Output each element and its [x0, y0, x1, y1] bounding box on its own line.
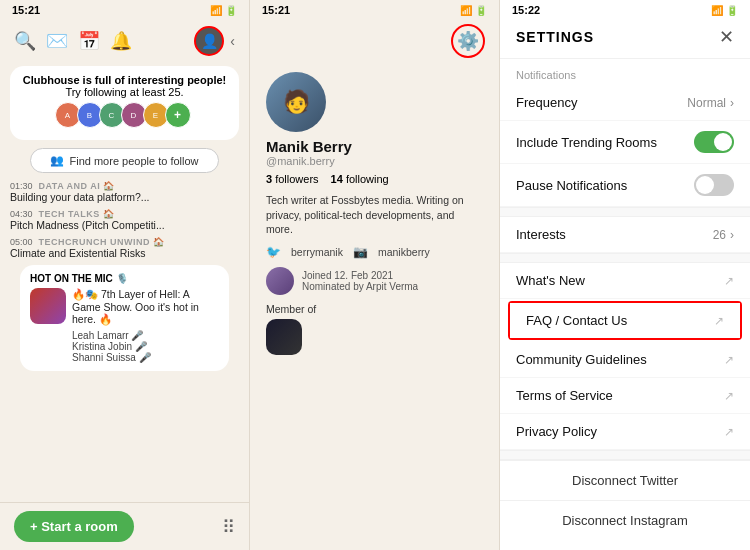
settings-header: SETTINGS ✕	[500, 20, 750, 59]
external-link-icon-pp: ↗	[724, 425, 734, 439]
pause-notifications-row: Pause Notifications	[500, 164, 750, 207]
right-panel: 15:22 📶 🔋 SETTINGS ✕ Notifications Frequ…	[500, 0, 750, 550]
bell-icon[interactable]: 🔔	[110, 30, 132, 52]
interests-label: Interests	[516, 227, 566, 242]
chevron-right-icon: ›	[730, 96, 734, 110]
interests-row[interactable]: Interests 26 ›	[500, 217, 750, 253]
instagram-icon: 📷	[353, 245, 368, 259]
disconnect-instagram-button[interactable]: Disconnect Instagram	[500, 500, 750, 540]
faq-label: FAQ / Contact Us	[526, 313, 627, 328]
settings-title: SETTINGS	[516, 29, 594, 45]
community-guidelines-label: Community Guidelines	[516, 352, 647, 367]
follow-banner-line2: Try following at least 25.	[20, 86, 229, 98]
terms-row[interactable]: Terms of Service ↗	[500, 378, 750, 414]
left-status-icons: 📶 🔋	[210, 5, 237, 16]
settings-button[interactable]: ⚙️	[451, 24, 485, 58]
external-link-icon-cg: ↗	[724, 353, 734, 367]
add-avatar-icon: +	[165, 102, 191, 128]
hot-speakers: Leah Lamarr 🎤 Kristina Jobin 🎤 Shanni Su…	[72, 330, 219, 363]
profile-handle: @manik.berry	[266, 155, 483, 167]
middle-panel: 15:21 📶 🔋 ⚙️ 🧑 Manik Berry @manik.berry …	[250, 0, 500, 550]
bottom-bar: + Start a room ⠿	[0, 502, 249, 550]
external-link-icon-faq: ↗	[714, 314, 724, 328]
envelope-icon[interactable]: ✉️	[46, 30, 68, 52]
left-panel: 15:21 📶 🔋 🔍 ✉️ 📅 🔔 👤 ‹ Clubhouse is full…	[0, 0, 250, 550]
list-item: 04:30 TECH TALKS 🏠 Pitch Madness (Pitch …	[10, 209, 239, 231]
profile-avatar: 🧑	[266, 72, 326, 132]
whats-new-row[interactable]: What's New ↗	[500, 263, 750, 299]
privacy-row[interactable]: Privacy Policy ↗	[500, 414, 750, 450]
start-room-button[interactable]: + Start a room	[14, 511, 134, 542]
twitter-handle[interactable]: berrymanik	[291, 246, 343, 258]
include-trending-label: Include Trending Rooms	[516, 135, 657, 150]
frequency-value: Normal ›	[687, 96, 734, 110]
frequency-label: Frequency	[516, 95, 577, 110]
profile-stats: 3 followers 14 following	[266, 173, 483, 185]
grid-icon[interactable]: ⠿	[222, 516, 235, 538]
mid-status-icons: 📶 🔋	[460, 5, 487, 16]
search-icon[interactable]: 🔍	[14, 30, 36, 52]
pause-notifications-toggle[interactable]	[694, 174, 734, 196]
include-trending-row: Include Trending Rooms	[500, 121, 750, 164]
profile-bio: Tech writer at Fossbytes media. Writing …	[266, 193, 483, 237]
left-time: 15:21	[12, 4, 40, 16]
left-status-bar: 15:21 📶 🔋	[0, 0, 249, 20]
close-button[interactable]: ✕	[719, 26, 734, 48]
follow-banner: Clubhouse is full of interesting people!…	[10, 66, 239, 140]
divider-3	[500, 450, 750, 460]
left-top-nav: 🔍 ✉️ 📅 🔔 👤 ‹	[0, 20, 249, 62]
room-list: 01:30 DATA AND AI 🏠 Building your data p…	[0, 177, 249, 502]
list-item: 05:00 TECHCRUNCH UNWIND 🏠 Climate and Ex…	[10, 237, 239, 259]
disconnect-twitter-button[interactable]: Disconnect Twitter	[500, 460, 750, 500]
external-link-icon-tos: ↗	[724, 389, 734, 403]
right-status-bar: 15:22 📶 🔋	[500, 0, 750, 20]
frequency-row[interactable]: Frequency Normal ›	[500, 85, 750, 121]
people-icon: 👥	[50, 154, 64, 167]
social-links: 🐦 berrymanik 📷 manikberry	[266, 245, 483, 259]
joined-info: Joined 12. Feb 2021 Nominated by Arpit V…	[266, 267, 483, 295]
calendar-icon[interactable]: 📅	[78, 30, 100, 52]
interests-value: 26 ›	[713, 228, 734, 242]
hot-room-title: 🔥🎭 7th Layer of Hell: A Game Show. Ooo i…	[72, 288, 219, 326]
whats-new-label: What's New	[516, 273, 585, 288]
user-avatar[interactable]: 👤	[194, 26, 224, 56]
divider-1	[500, 207, 750, 217]
chevron-right-icon: ›	[730, 228, 734, 242]
chevron-left-icon: ‹	[230, 33, 235, 49]
include-trending-toggle[interactable]	[694, 131, 734, 153]
mid-top-nav: ⚙️	[250, 20, 499, 64]
profile-name: Manik Berry	[266, 138, 483, 155]
terms-label: Terms of Service	[516, 388, 613, 403]
hot-on-mic-section: HOT ON THE MIC 🎙️ 🔥🎭 7th Layer of Hell: …	[20, 265, 229, 371]
pause-notifications-label: Pause Notifications	[516, 178, 627, 193]
hot-label: HOT ON THE MIC 🎙️	[30, 273, 219, 284]
nominator-avatar	[266, 267, 294, 295]
divider-2	[500, 253, 750, 263]
member-section: Member of	[266, 303, 483, 355]
settings-body: Notifications Frequency Normal › Include…	[500, 59, 750, 550]
right-status-icons: 📶 🔋	[711, 5, 738, 16]
club-avatar[interactable]	[266, 319, 302, 355]
mid-time: 15:21	[262, 4, 290, 16]
mid-status-bar: 15:21 📶 🔋	[250, 0, 499, 20]
privacy-label: Privacy Policy	[516, 424, 597, 439]
right-time: 15:22	[512, 4, 540, 16]
external-link-icon: ↗	[724, 274, 734, 288]
gear-icon: ⚙️	[457, 30, 479, 52]
twitter-icon: 🐦	[266, 245, 281, 259]
profile-section: 🧑 Manik Berry @manik.berry 3 followers 1…	[250, 64, 499, 369]
hot-room-thumbnail	[30, 288, 66, 324]
notifications-section-label: Notifications	[500, 59, 750, 85]
community-guidelines-row[interactable]: Community Guidelines ↗	[500, 342, 750, 378]
find-people-button[interactable]: 👥 Find more people to follow	[30, 148, 219, 173]
faq-row[interactable]: FAQ / Contact Us ↗	[510, 303, 740, 338]
list-item: 01:30 DATA AND AI 🏠 Building your data p…	[10, 181, 239, 203]
instagram-handle[interactable]: manikberry	[378, 246, 430, 258]
follow-banner-line1: Clubhouse is full of interesting people!	[20, 74, 229, 86]
